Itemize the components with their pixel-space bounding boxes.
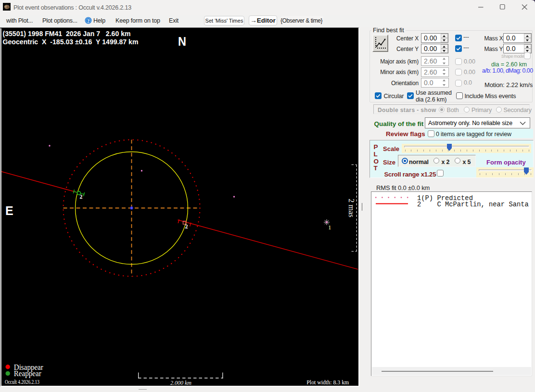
svg-text:Reappear: Reappear xyxy=(14,369,42,378)
svg-text:2: 2 xyxy=(80,193,83,200)
svg-text:2: 2 xyxy=(185,223,188,230)
svg-text:1: 1 xyxy=(328,224,331,231)
svg-text:Occult 4.2026.2.13: Occult 4.2026.2.13 xyxy=(5,379,39,385)
svg-text:(35501) 1998 FM41 2026 Jan 7: (35501) 1998 FM41 2026 Jan 7 2.60 km xyxy=(3,29,131,38)
svg-text:?: ? xyxy=(87,18,89,24)
svg-text:2.000 km: 2.000 km xyxy=(170,379,191,386)
svg-text:2 mas: 2 mas xyxy=(347,199,356,217)
svg-text:N: N xyxy=(178,35,186,48)
svg-text:Plot width: 8.3 km: Plot width: 8.3 km xyxy=(306,379,349,386)
svg-text:E: E xyxy=(5,204,13,217)
svg-text:Geocentric X -185.03 ±0.16: Geocentric X -185.03 ±0.16 Y 1499.87 km xyxy=(3,38,139,46)
